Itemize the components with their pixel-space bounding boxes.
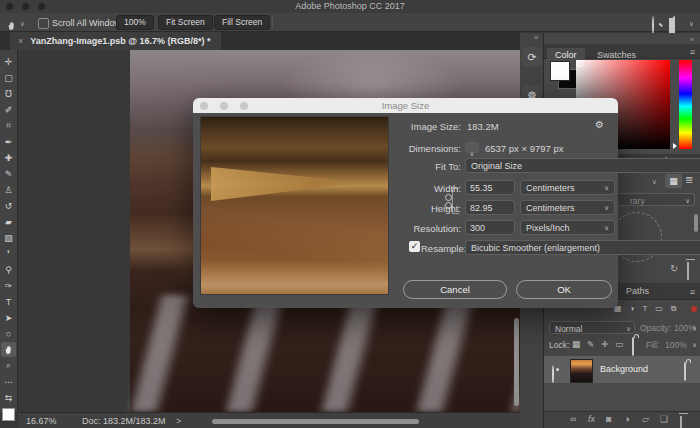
expand-dock-icon[interactable]: »: [690, 35, 694, 44]
dodge-tool[interactable]: ⚲: [1, 262, 16, 277]
options-separator: [272, 16, 273, 28]
scroll-all-windows-checkbox[interactable]: [38, 18, 49, 29]
more-tools-icon[interactable]: ⋯: [1, 374, 16, 389]
library-sync-icon[interactable]: ↻: [670, 263, 678, 274]
pen-tool[interactable]: ✑: [1, 278, 16, 293]
layer-filter-toggle[interactable]: [691, 306, 697, 312]
blur-tool[interactable]: ❜: [1, 246, 16, 261]
width-unit-value: Centimeters: [526, 183, 575, 193]
tools-panel: ✛ ▢ ℧ ✐ ⌗ ✒ ✚ ✎ ♙ ↺ ▰ ▧ ❜ ⚲ ✑ T ➤ ○ ⌕ ⋯ …: [0, 50, 18, 412]
dialog-gear-menu-icon[interactable]: ⚙: [595, 119, 604, 130]
height-input[interactable]: [465, 200, 515, 215]
adjustment-layer-icon[interactable]: ◑: [624, 414, 629, 424]
height-unit-dropdown[interactable]: Centimeters ∨: [520, 200, 615, 215]
layer-style-fx-icon[interactable]: fx: [588, 414, 595, 424]
tab-close-icon[interactable]: ×: [18, 36, 23, 46]
status-chevron-icon[interactable]: >: [176, 416, 181, 426]
document-tab-bar: × YanZhang-Image1.psb @ 16.7% (RGB/8*) *: [0, 32, 520, 50]
path-selection-tool[interactable]: ➤: [1, 310, 16, 325]
fit-to-dropdown[interactable]: Original Size ∨: [465, 158, 700, 173]
eraser-tool[interactable]: ▰: [1, 214, 16, 229]
layer-thumbnail[interactable]: [570, 359, 593, 383]
list-view-button[interactable]: ≣: [685, 174, 693, 185]
horizontal-scrollbar[interactable]: [212, 419, 419, 424]
resample-checkbox[interactable]: ✓: [409, 241, 420, 252]
layer-visibility-eye-icon[interactable]: [552, 365, 554, 384]
history-brush-tool[interactable]: ↺: [1, 198, 16, 213]
resolution-unit-dropdown[interactable]: Pixels/Inch ∨: [520, 220, 615, 235]
fill-value[interactable]: 100%: [665, 340, 687, 350]
resample-method-dropdown[interactable]: Bicubic Smoother (enlargement) ∨: [465, 240, 700, 255]
ok-button[interactable]: OK: [516, 280, 612, 299]
height-unit-chevron-icon: ∨: [604, 204, 609, 212]
dialog-title-bar[interactable]: Image Size: [193, 98, 618, 113]
crop-tool[interactable]: ⌗: [1, 118, 16, 133]
fill-screen-button[interactable]: Fill Screen: [214, 15, 270, 30]
delete-layer-trash-icon[interactable]: [680, 416, 682, 428]
grid-view-button[interactable]: ▦: [665, 174, 682, 188]
workspace-chevron-icon[interactable]: ∨: [689, 20, 694, 28]
marquee-tool[interactable]: ▢: [1, 70, 16, 85]
gradient-tool[interactable]: ▧: [1, 230, 16, 245]
foreground-color-swatch[interactable]: [2, 408, 15, 421]
eyedropper-tool[interactable]: ✒: [1, 134, 16, 149]
blend-chevron-icon: ∨: [626, 325, 631, 333]
library-name-partial: rary: [630, 196, 645, 206]
fit-to-value: Original Size: [471, 161, 522, 171]
collapse-dock-icon[interactable]: «: [534, 33, 538, 42]
zoom-level-field[interactable]: 16.67%: [26, 416, 57, 426]
clone-stamp-tool[interactable]: ♙: [1, 182, 16, 197]
hand-tool[interactable]: [1, 342, 16, 357]
layer-row-background[interactable]: Background: [544, 356, 700, 383]
healing-brush-tool[interactable]: ✚: [1, 150, 16, 165]
hue-slider[interactable]: [679, 60, 692, 149]
move-tool[interactable]: ✛: [1, 54, 16, 69]
new-group-folder-icon[interactable]: ▱: [642, 414, 649, 424]
fill-label: Fill:: [646, 340, 659, 350]
lock-label: Lock:: [549, 340, 569, 350]
libraries-scrollbar[interactable]: [694, 214, 698, 232]
lock-all-icon[interactable]: [632, 337, 634, 356]
tab-paths[interactable]: Paths: [618, 283, 657, 298]
library-sort-chevron-icon[interactable]: ∨: [652, 178, 657, 186]
dimensions-unit-dropdown[interactable]: ∨: [465, 142, 479, 153]
link-layers-icon[interactable]: ∞: [570, 414, 576, 424]
quick-selection-tool[interactable]: ✐: [1, 102, 16, 117]
hue-slider-marker[interactable]: [673, 143, 677, 149]
layers-empty-area: [544, 383, 700, 411]
fit-screen-button[interactable]: Fit Screen: [158, 15, 213, 30]
brush-tool[interactable]: ✎: [1, 166, 16, 181]
width-input[interactable]: [465, 180, 515, 195]
library-trash-icon[interactable]: [687, 262, 689, 280]
layer-name[interactable]: Background: [600, 364, 648, 374]
fit-to-label: Fit To:: [383, 161, 461, 172]
resample-method-value: Bicubic Smoother (enlargement): [471, 243, 600, 253]
tool-preset-chevron-icon[interactable]: ∨: [20, 20, 25, 28]
lasso-tool[interactable]: ℧: [1, 86, 16, 101]
type-tool[interactable]: T: [1, 294, 16, 309]
history-panel-icon[interactable]: ⟳: [522, 47, 542, 67]
color-cursor[interactable]: [576, 60, 583, 67]
blend-mode-value: Normal: [555, 324, 582, 334]
shape-tool[interactable]: ○: [1, 326, 16, 341]
image-size-preview[interactable]: [200, 116, 389, 295]
cancel-button[interactable]: Cancel: [403, 280, 507, 299]
foreground-color-swatch-panel[interactable]: [550, 61, 570, 81]
zoom-100-button[interactable]: 100%: [116, 15, 154, 30]
layers-panel-menu-icon[interactable]: ≡: [690, 287, 695, 297]
width-label: Width:: [393, 183, 461, 194]
zoom-tool[interactable]: ⌕: [1, 358, 16, 373]
status-bar: 16.67% Doc: 183.2M/183.2M >: [18, 412, 520, 428]
vertical-scrollbar[interactable]: [514, 318, 519, 406]
resolution-input[interactable]: [465, 220, 515, 235]
document-tab[interactable]: × YanZhang-Image1.psb @ 16.7% (RGB/8*) *: [10, 32, 221, 50]
layer-mask-icon[interactable]: ◙: [606, 414, 611, 424]
new-layer-icon[interactable]: ❏: [660, 414, 668, 424]
lock-option-icons[interactable]: ▦✎✛▭: [572, 339, 630, 349]
color-panel-menu-icon[interactable]: ≡: [690, 47, 695, 57]
width-unit-dropdown[interactable]: Centimeters ∨: [520, 180, 615, 195]
layers-bottom-bar: ∞ fx ◙ ◑ ▱ ❏: [544, 411, 700, 428]
blend-mode-dropdown[interactable]: Normal ∨: [549, 321, 635, 334]
layer-filter-icons[interactable]: ▦◑T▭⧉: [614, 304, 685, 314]
edit-toolbar-icon[interactable]: ⇆: [1, 390, 16, 405]
